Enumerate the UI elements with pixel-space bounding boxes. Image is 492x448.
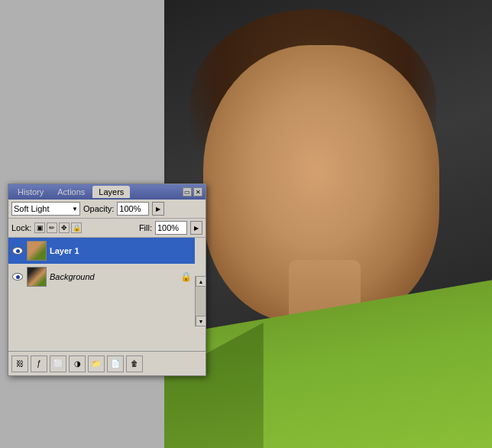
lock-all-button[interactable]: 🔒 xyxy=(71,222,82,233)
layers-scrollbar[interactable]: ▲ ▼ xyxy=(195,276,206,326)
layers-panel: History Actions Layers ▭ ✕ Soft Light ▼ … xyxy=(8,183,206,376)
adjustment-layer-button[interactable]: ◑ xyxy=(69,355,86,372)
lock-icon: 🔒 xyxy=(180,271,192,282)
minimize-button[interactable]: ▭ xyxy=(183,187,192,196)
lock-fill-row: Lock: ▣ ✏ ✥ 🔒 Fill: 100% ▶ xyxy=(8,219,206,238)
opacity-input[interactable]: 100% xyxy=(117,202,149,216)
eye-icon xyxy=(12,273,23,281)
panel-bottom-toolbar: ⛓ ƒ ⬜ ◑ 📁 📄 🗑 xyxy=(8,351,206,375)
layer-thumbnail xyxy=(27,241,47,261)
close-button[interactable]: ✕ xyxy=(193,187,202,196)
fill-arrow-button[interactable]: ▶ xyxy=(190,221,202,235)
layer-thumbnail xyxy=(27,267,47,287)
fill-input[interactable]: 100% xyxy=(155,221,187,235)
eye-pupil xyxy=(16,275,20,279)
fill-label: Fill: xyxy=(139,223,152,232)
add-mask-button[interactable]: ⬜ xyxy=(50,355,66,372)
lock-move-button[interactable]: ✥ xyxy=(59,222,70,233)
scroll-down-button[interactable]: ▼ xyxy=(196,316,206,326)
delete-layer-button[interactable]: 🗑 xyxy=(126,355,143,372)
photo-canvas xyxy=(164,0,492,448)
empty-layer-area xyxy=(8,290,195,351)
new-group-button[interactable]: 📁 xyxy=(88,355,105,372)
layer-name: Layer 1 xyxy=(50,246,192,255)
blend-dropdown-arrow-icon: ▼ xyxy=(72,206,78,213)
panel-titlebar: History Actions Layers ▭ ✕ xyxy=(8,184,206,200)
tab-actions[interactable]: Actions xyxy=(51,186,91,198)
layer-visibility-toggle[interactable] xyxy=(11,245,24,257)
layers-list: ▲ ▼ Layer 1 xyxy=(8,238,206,351)
eye-pupil xyxy=(16,249,20,253)
tab-layers[interactable]: Layers xyxy=(92,186,130,198)
lock-label: Lock: xyxy=(11,223,31,232)
blend-mode-select[interactable]: Soft Light ▼ xyxy=(11,202,80,216)
link-layers-button[interactable]: ⛓ xyxy=(11,355,28,372)
blend-opacity-row: Soft Light ▼ Opacity: 100% ▶ xyxy=(8,200,206,219)
layer-item[interactable]: Layer 1 xyxy=(8,238,195,264)
scroll-up-button[interactable]: ▲ xyxy=(196,276,206,287)
titlebar-controls: ▭ ✕ xyxy=(183,187,202,196)
blend-mode-value: Soft Light xyxy=(14,204,49,213)
opacity-label: Opacity: xyxy=(83,204,114,213)
lock-paint-button[interactable]: ✏ xyxy=(47,222,57,233)
lock-icons: ▣ ✏ ✥ 🔒 xyxy=(34,222,82,233)
tab-history[interactable]: History xyxy=(11,186,50,198)
lock-transparent-button[interactable]: ▣ xyxy=(34,222,45,233)
layer-name: Background xyxy=(50,272,177,281)
layer-visibility-toggle[interactable] xyxy=(11,271,24,283)
scroll-track[interactable] xyxy=(196,287,206,316)
layer-item[interactable]: Background 🔒 xyxy=(8,264,195,290)
eye-icon xyxy=(12,247,23,255)
new-layer-button[interactable]: 📄 xyxy=(107,355,124,372)
layer-styles-button[interactable]: ƒ xyxy=(31,355,47,372)
opacity-arrow-button[interactable]: ▶ xyxy=(152,202,164,216)
